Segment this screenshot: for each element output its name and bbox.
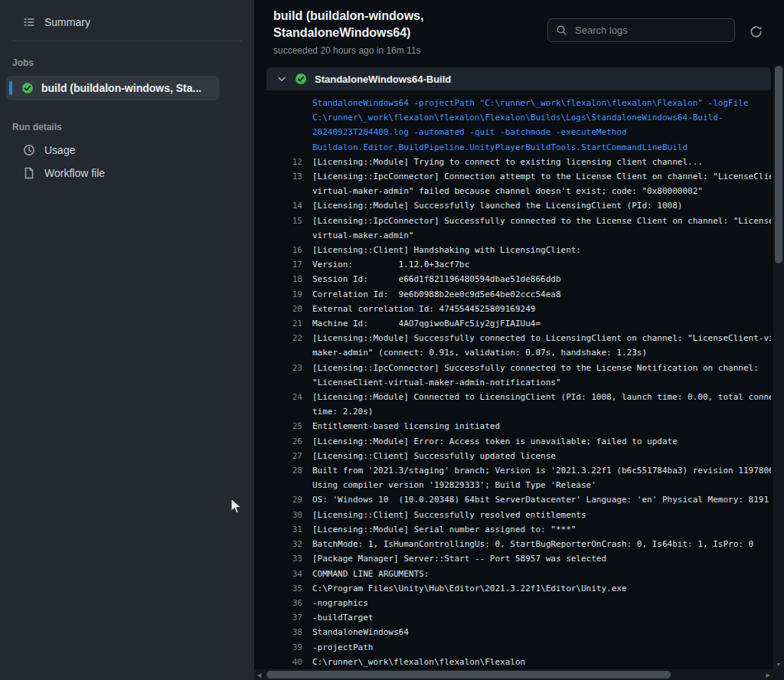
log-line-text: [Licensing::IpcConnector] Connection att… xyxy=(312,169,771,184)
sidebar-item-summary[interactable]: Summary xyxy=(6,11,248,34)
job-success-check-icon xyxy=(21,82,34,94)
log-line-number[interactable]: 35 xyxy=(266,581,312,596)
search-icon xyxy=(556,25,567,36)
summary-label: Summary xyxy=(44,16,90,28)
log-line-number[interactable]: 16 xyxy=(266,243,312,257)
log-line-number[interactable]: 14 xyxy=(266,198,312,213)
log-line: 14 [Licensing::Module] Successfully laun… xyxy=(266,198,771,213)
log-line-text: Machine Id: 4AO7qgiwoBuAFc5iy2gjFIAIUu4= xyxy=(312,316,771,331)
log-line-number[interactable]: 18 xyxy=(266,272,312,286)
main-content: build (buildalon-windows, StandaloneWind… xyxy=(254,0,784,680)
log-line: Using compiler version '192829333'; Buil… xyxy=(266,478,771,492)
log-line-text: StandaloneWindows64 xyxy=(312,625,771,639)
log-line: 21 Machine Id: 4AO7qgiwoBuAFc5iy2gjFIAIU… xyxy=(266,316,771,331)
sidebar-item-workflow-file[interactable]: Workflow file xyxy=(6,162,248,185)
log-line-text: C:\Program Files\Unity\Hub\Editor\2021.3… xyxy=(312,581,771,596)
log-line-number[interactable]: 24 xyxy=(266,390,312,404)
log-line-number[interactable]: 27 xyxy=(266,449,312,463)
log-line-number[interactable]: 12 xyxy=(266,155,312,169)
log-panel: StandaloneWindows64-Build StandaloneWind… xyxy=(266,67,771,669)
log-line: virtual-maker-admin" failed because chan… xyxy=(266,184,771,198)
summary-list-icon xyxy=(23,16,35,28)
log-line-number[interactable] xyxy=(266,478,312,492)
log-line: 38 StandaloneWindows64 xyxy=(266,625,771,639)
log-line: maker-admin" (connect: 0.91s, validation… xyxy=(266,345,771,360)
log-line-number[interactable]: 25 xyxy=(266,419,312,433)
log-line: 32 BatchMode: 1, IsHumanControllingUs: 0… xyxy=(266,537,771,551)
log-group-title: StandaloneWindows64-Build xyxy=(315,74,451,85)
log-line-number[interactable] xyxy=(266,140,312,155)
log-line-number[interactable] xyxy=(266,184,312,198)
log-line-number[interactable]: 36 xyxy=(266,596,312,610)
clock-icon xyxy=(23,144,35,156)
log-line-text: [Licensing::Module] Serial number assign… xyxy=(312,522,771,537)
page-title-line2: StandaloneWindows64) xyxy=(273,25,423,41)
log-line-text: [Licensing::IpcConnector] Successfully c… xyxy=(312,361,771,375)
log-line-number[interactable]: 29 xyxy=(266,492,312,507)
log-line-number[interactable] xyxy=(266,96,312,110)
log-line: 26 [Licensing::Module] Error: Access tok… xyxy=(266,434,771,449)
log-line-number[interactable] xyxy=(266,228,312,243)
log-line-number[interactable]: 33 xyxy=(266,551,312,566)
log-group-header[interactable]: StandaloneWindows64-Build xyxy=(266,67,771,90)
log-line-number[interactable]: 28 xyxy=(266,463,312,478)
log-line-number[interactable] xyxy=(266,375,312,390)
sidebar-item-job-build[interactable]: build (buildalon-windows, Sta... xyxy=(6,76,220,100)
log-line-number[interactable]: 23 xyxy=(266,361,312,375)
vertical-scrollbar[interactable]: ▼ xyxy=(773,65,784,669)
log-line-number[interactable]: 39 xyxy=(266,640,312,655)
horizontal-scrollbar-thumb[interactable] xyxy=(266,671,671,678)
vertical-scrollbar-thumb[interactable] xyxy=(775,66,782,263)
log-line-number[interactable]: 40 xyxy=(266,655,312,669)
log-line-text: [Licensing::Module] Trying to connect to… xyxy=(312,155,771,169)
log-line-text: 20240923T204400.log -automated -quit -ba… xyxy=(312,125,771,139)
log-line: 20 External correlation Id: 474554452580… xyxy=(266,302,771,316)
log-line-number[interactable] xyxy=(266,125,312,139)
log-line-number[interactable] xyxy=(266,404,312,419)
log-line-number[interactable] xyxy=(266,110,312,125)
log-line-number[interactable]: 32 xyxy=(266,537,312,551)
log-line-text: [Licensing::Client] Successfully updated… xyxy=(312,449,771,463)
log-line-number[interactable]: 20 xyxy=(266,302,312,316)
log-line-number[interactable]: 31 xyxy=(266,522,312,537)
page-title: build (buildalon-windows, StandaloneWind… xyxy=(273,8,423,41)
log-line-text: virtual-maker-admin" failed because chan… xyxy=(312,184,771,198)
log-line-number[interactable]: 26 xyxy=(266,434,312,449)
chevron-down-icon xyxy=(276,74,287,84)
scroll-down-arrow-icon[interactable]: ▼ xyxy=(776,662,782,667)
sidebar: Summary Jobs build (buildalon-windows, S… xyxy=(0,0,254,680)
log-line: 33 [Package Manager] Server::Start -- Po… xyxy=(266,551,771,566)
log-line-number[interactable]: 38 xyxy=(266,625,312,639)
log-line-text: StandaloneWindows64 -projectPath "C:\run… xyxy=(312,96,771,110)
log-line-text: -buildTarget xyxy=(312,610,771,625)
refresh-icon xyxy=(750,25,763,38)
log-line-text: Entitlement-based licensing initiated xyxy=(312,419,771,433)
refresh-logs-button[interactable] xyxy=(747,23,764,40)
log-line-text: Buildalon.Editor.BuildPipeline.UnityPlay… xyxy=(312,140,771,155)
log-line-number[interactable]: 30 xyxy=(266,508,312,522)
log-line-number[interactable]: 34 xyxy=(266,567,312,581)
log-line-number[interactable] xyxy=(266,345,312,360)
log-line: 39 -projectPath xyxy=(266,640,771,655)
horizontal-scrollbar[interactable]: ◀ ▶ xyxy=(254,669,773,680)
sidebar-item-usage[interactable]: Usage xyxy=(6,139,248,162)
log-line-number[interactable]: 37 xyxy=(266,610,312,625)
log-line-text: [Licensing::Client] Successfully resolve… xyxy=(312,508,771,522)
log-line-text: [Package Manager] Server::Start -- Port … xyxy=(312,551,771,566)
log-line-number[interactable]: 21 xyxy=(266,316,312,331)
scroll-right-arrow-icon[interactable]: ▶ xyxy=(766,672,770,678)
log-line-number[interactable]: 22 xyxy=(266,331,312,345)
log-line: 22 [Licensing::Module] Successfully conn… xyxy=(266,331,771,345)
page-title-line1: build (buildalon-windows, xyxy=(273,8,423,25)
log-line-number[interactable]: 19 xyxy=(266,287,312,302)
log-line: 19 Correlation Id: 9e6b0988b2ee0c9d5e64b… xyxy=(266,287,771,302)
search-logs-input[interactable] xyxy=(573,24,727,37)
log-line-number[interactable]: 17 xyxy=(266,257,312,272)
log-line-text: Built from '2021.3/staging' branch; Vers… xyxy=(312,463,771,478)
log-line: 30 [Licensing::Client] Successfully reso… xyxy=(266,508,771,522)
log-line-number[interactable]: 13 xyxy=(266,169,312,184)
scroll-left-arrow-icon[interactable]: ◀ xyxy=(257,672,261,678)
log-line-number[interactable]: 15 xyxy=(266,214,312,228)
log-line-text: [Licensing::Module] Error: Access token … xyxy=(312,434,771,449)
log-body: StandaloneWindows64 -projectPath "C:\run… xyxy=(266,90,771,669)
